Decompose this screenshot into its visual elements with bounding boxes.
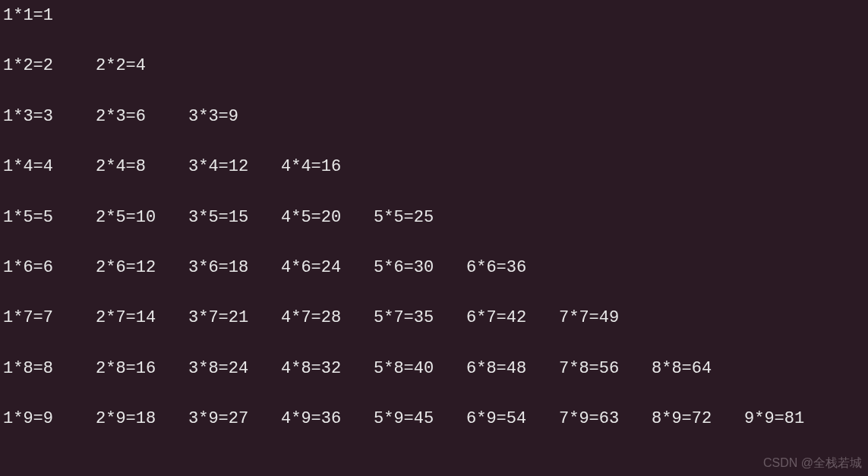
table-cell: 8*9=72 — [652, 409, 744, 429]
watermark-text: CSDN @全栈若城 — [763, 456, 862, 471]
table-row: 1*8=82*8=163*8=244*8=325*8=406*8=487*8=5… — [3, 359, 865, 379]
table-cell: 5*6=30 — [374, 258, 466, 278]
table-cell: 3*5=15 — [188, 208, 281, 228]
table-cell: 2*3=6 — [96, 107, 188, 127]
table-cell: 6*6=36 — [466, 258, 559, 278]
table-cell: 2*8=16 — [96, 359, 188, 379]
table-row: 1*2=22*2=4 — [3, 56, 865, 76]
table-cell: 1*2=2 — [3, 56, 96, 76]
table-cell: 1*4=4 — [3, 157, 96, 177]
table-cell: 4*8=32 — [281, 359, 374, 379]
table-cell: 2*4=8 — [96, 157, 188, 177]
table-row: 1*4=42*4=83*4=124*4=16 — [3, 157, 865, 177]
table-cell: 4*7=28 — [281, 308, 374, 328]
table-cell: 2*6=12 — [96, 258, 188, 278]
table-cell: 7*7=49 — [559, 308, 652, 328]
table-cell: 4*9=36 — [281, 409, 374, 429]
table-cell: 2*2=4 — [96, 56, 188, 76]
table-cell: 1*6=6 — [3, 258, 96, 278]
table-cell: 1*5=5 — [3, 208, 96, 228]
table-cell: 2*7=14 — [96, 308, 188, 328]
multiplication-table: 1*1=11*2=22*2=41*3=32*3=63*3=91*4=42*4=8… — [3, 6, 865, 430]
table-row: 1*1=1 — [3, 6, 865, 26]
table-cell: 1*7=7 — [3, 308, 96, 328]
table-row: 1*7=72*7=143*7=214*7=285*7=356*7=427*7=4… — [3, 308, 865, 328]
table-cell: 7*9=63 — [559, 409, 652, 429]
table-cell: 6*7=42 — [466, 308, 559, 328]
table-row: 1*9=92*9=183*9=274*9=365*9=456*9=547*9=6… — [3, 409, 865, 429]
table-cell: 2*9=18 — [96, 409, 188, 429]
table-cell: 1*9=9 — [3, 409, 96, 429]
table-cell: 1*1=1 — [3, 6, 96, 26]
table-cell: 6*9=54 — [466, 409, 559, 429]
table-cell: 1*8=8 — [3, 359, 96, 379]
table-cell: 3*6=18 — [188, 258, 281, 278]
table-cell: 8*8=64 — [652, 359, 744, 379]
table-cell: 5*8=40 — [374, 359, 466, 379]
table-cell: 3*7=21 — [188, 308, 281, 328]
table-cell: 3*3=9 — [188, 107, 281, 127]
table-row: 1*5=52*5=103*5=154*5=205*5=25 — [3, 208, 865, 228]
table-cell: 9*9=81 — [744, 409, 837, 429]
table-cell: 1*3=3 — [3, 107, 96, 127]
table-cell: 6*8=48 — [466, 359, 559, 379]
table-cell: 4*4=16 — [281, 157, 374, 177]
table-cell: 3*8=24 — [188, 359, 281, 379]
table-cell: 7*8=56 — [559, 359, 652, 379]
table-cell: 4*5=20 — [281, 208, 374, 228]
table-row: 1*3=32*3=63*3=9 — [3, 107, 865, 127]
table-cell: 3*9=27 — [188, 409, 281, 429]
table-cell: 2*5=10 — [96, 208, 188, 228]
table-cell: 3*4=12 — [188, 157, 281, 177]
table-cell: 5*9=45 — [374, 409, 466, 429]
table-row: 1*6=62*6=123*6=184*6=245*6=306*6=36 — [3, 258, 865, 278]
table-cell: 5*7=35 — [374, 308, 466, 328]
table-cell: 5*5=25 — [374, 208, 466, 228]
table-cell: 4*6=24 — [281, 258, 374, 278]
